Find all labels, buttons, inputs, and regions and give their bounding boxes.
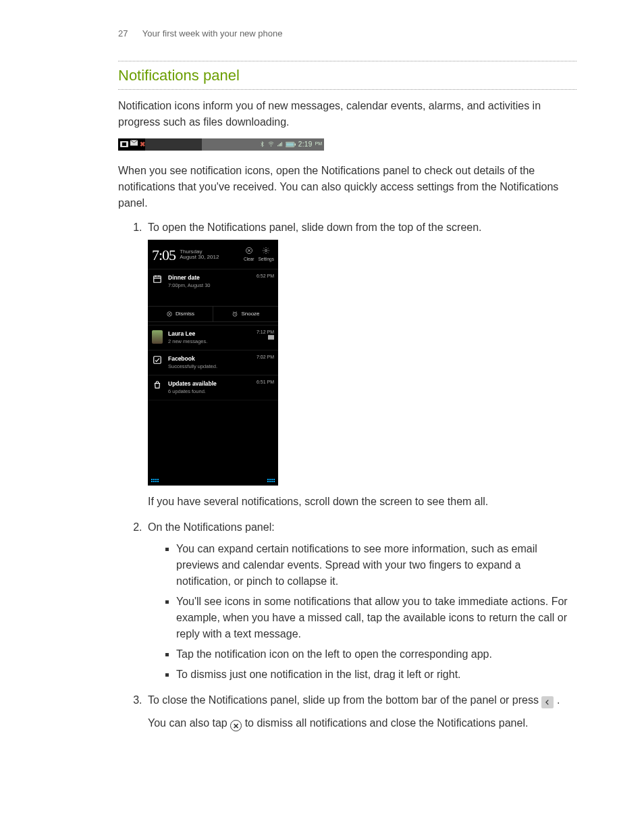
- intro-paragraph: Notification icons inform you of new mes…: [118, 98, 576, 130]
- snooze-label: Snooze: [241, 310, 259, 318]
- notif-title: Updates available: [168, 380, 251, 388]
- notif-actions: Dismiss Snooze: [148, 306, 278, 322]
- clear-label: Clear: [244, 256, 254, 263]
- snooze-button[interactable]: Snooze: [213, 307, 278, 321]
- chapter-title: Your first week with your new phone: [142, 28, 283, 38]
- dismiss-icon: [166, 311, 173, 317]
- step-3-text-b: .: [557, 694, 560, 706]
- page-number: 27: [118, 28, 128, 38]
- svg-rect-3: [294, 143, 296, 145]
- dismiss-label: Dismiss: [176, 310, 194, 318]
- wifi-icon: [268, 141, 274, 147]
- notification-row[interactable]: Dinner date 7:00pm, August 30 6:52 PM: [148, 269, 278, 294]
- notif-sub: Successfully updated.: [168, 363, 251, 370]
- statusbar-pm: PM: [315, 140, 323, 148]
- notif-meta: 7:12 PM: [257, 330, 274, 342]
- svg-point-5: [265, 250, 267, 252]
- notif-time: 7:02 PM: [257, 355, 274, 360]
- bullet-item: You'll see icons in some notifications t…: [176, 594, 576, 642]
- svg-rect-10: [154, 356, 161, 363]
- divider: [118, 89, 576, 90]
- avatar-icon: [152, 330, 163, 344]
- grab-handle-icon[interactable]: [267, 479, 275, 482]
- settings-label: Settings: [259, 256, 275, 263]
- step-3-after-a: You can also tap: [148, 717, 230, 729]
- grab-handle-icon[interactable]: [151, 479, 159, 482]
- store-icon: [152, 380, 163, 390]
- bullet-item: You can expand certain notifications to …: [176, 541, 576, 590]
- post-statusbar-paragraph: When you see notification icons, open th…: [118, 163, 576, 211]
- divider: [118, 61, 576, 61]
- settings-button[interactable]: Settings: [259, 246, 275, 263]
- clear-button[interactable]: Clear: [244, 246, 254, 263]
- notif-sub: 2 new messages.: [168, 338, 251, 345]
- step-3-text-a: To close the Notifications panel, slide …: [148, 694, 541, 706]
- notif-time: 7:12 PM: [257, 330, 274, 335]
- step-1-text: To open the Notifications panel, slide d…: [148, 221, 482, 233]
- section-title: Notifications panel: [118, 64, 576, 86]
- svg-rect-2: [286, 142, 294, 146]
- notif-sub: 7:00pm, August 30: [168, 282, 251, 289]
- phone-footer: [148, 476, 278, 486]
- notif-sub: 6 updates found.: [168, 388, 251, 395]
- back-icon: [541, 696, 554, 708]
- svg-rect-6: [154, 276, 161, 282]
- notif-time: 6:51 PM: [257, 380, 274, 385]
- statusbar-left-icons: ✖: [118, 139, 145, 149]
- clear-icon: [245, 246, 253, 255]
- notif-title: Facebook: [168, 355, 251, 363]
- svg-rect-9: [268, 335, 274, 340]
- status-bar-figure: ✖ 2:19 PM: [118, 138, 324, 151]
- step-3: To close the Notifications panel, slide …: [145, 692, 576, 732]
- alarm-icon: [232, 311, 238, 317]
- calendar-icon: [152, 273, 163, 284]
- notification-row[interactable]: Laura Lee 2 new messages. 7:12 PM: [148, 325, 278, 350]
- svg-point-0: [271, 146, 271, 147]
- bullet-item: Tap the notification icon on the left to…: [176, 646, 576, 662]
- sync-icon: [152, 355, 163, 365]
- step-3-after-b: to dismiss all notifications and close t…: [245, 717, 529, 729]
- sim-icon: [120, 141, 128, 147]
- statusbar-right: 2:19 PM: [202, 138, 324, 151]
- bullet-item: To dismiss just one notification in the …: [176, 667, 576, 683]
- notif-title: Laura Lee: [168, 330, 251, 338]
- step-1: To open the Notifications panel, slide d…: [145, 219, 576, 510]
- notification-row[interactable]: Updates available 6 updates found. 6:51 …: [148, 375, 278, 400]
- error-icon: ✖: [140, 139, 145, 149]
- notification-row[interactable]: Facebook Successfully updated. 7:02 PM: [148, 350, 278, 375]
- statusbar-time: 2:19: [298, 139, 313, 149]
- clear-all-icon: ✕: [230, 720, 242, 731]
- step-2: On the Notifications panel: You can expa…: [145, 519, 576, 683]
- battery-icon: [286, 142, 296, 147]
- phone-empty-area: [148, 400, 278, 476]
- gear-icon: [262, 246, 270, 255]
- phone-date-text: August 30, 2012: [180, 254, 219, 260]
- phone-time: 7:05: [152, 244, 176, 266]
- message-mini-icon: [268, 335, 274, 340]
- step-2-text: On the Notifications panel:: [148, 521, 275, 533]
- phone-figure: 7:05 Thursday August 30, 2012 Clear Sett…: [148, 240, 278, 486]
- notif-time: 6:52 PM: [257, 273, 274, 279]
- bluetooth-icon: [259, 141, 265, 147]
- phone-date: Thursday August 30, 2012: [180, 249, 219, 261]
- phone-header: 7:05 Thursday August 30, 2012 Clear Sett…: [148, 240, 278, 269]
- dismiss-button[interactable]: Dismiss: [148, 307, 213, 321]
- signal-icon: [277, 141, 283, 147]
- statusbar-gap: [145, 138, 202, 151]
- notif-title: Dinner date: [168, 273, 251, 282]
- step-1-followup: If you have several notifications, scrol…: [148, 494, 576, 510]
- mail-icon: [130, 140, 138, 149]
- page-header: 27 Your first week with your new phone: [118, 27, 576, 41]
